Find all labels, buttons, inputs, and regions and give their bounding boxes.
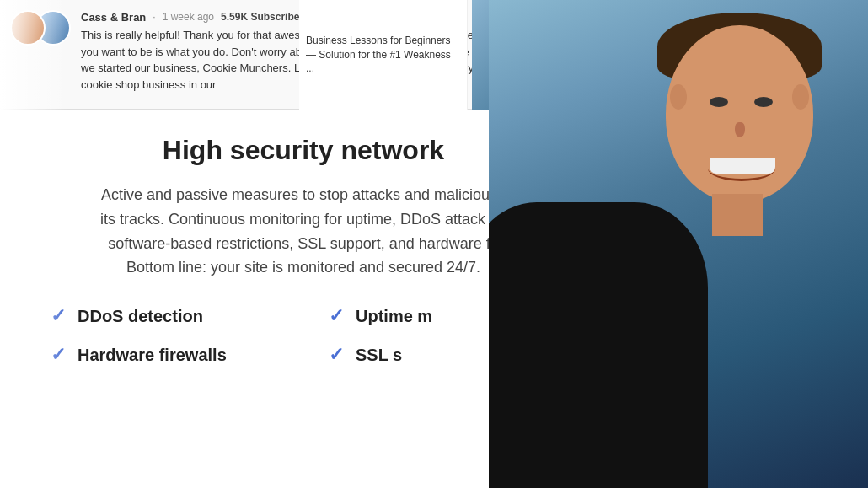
checkmark-3: ✓	[51, 344, 66, 366]
face	[666, 25, 813, 202]
feature-ddos: ✓ DDoS detection	[51, 305, 278, 327]
video-title-panel[interactable]: Business Lessons for Beginners — Solutio…	[299, 0, 468, 110]
checkmark-1: ✓	[51, 305, 66, 327]
avatar-group	[10, 10, 71, 46]
feature-ssl-label: SSL s	[356, 346, 402, 365]
person-overlay: Banworld	[489, 0, 868, 488]
eye-right	[754, 97, 773, 107]
ear-right	[792, 84, 809, 110]
teeth	[710, 158, 775, 174]
neck	[712, 194, 763, 236]
checkmark-2: ✓	[329, 305, 344, 327]
ear-left	[670, 84, 687, 110]
avatar-1	[10, 10, 46, 46]
comment-time: 1 week ago	[163, 11, 214, 23]
video-title-text: Business Lessons for Beginners — Solutio…	[306, 34, 460, 76]
nose	[735, 122, 745, 137]
shirt: Banworld	[489, 202, 708, 488]
main-screen: Banworld Cass & Bran · 1 week ago 5.59K …	[0, 0, 868, 488]
feature-firewalls: ✓ Hardware firewalls	[51, 344, 278, 366]
comment-author[interactable]: Cass & Bran	[81, 11, 146, 24]
feature-ddos-label: DDoS detection	[78, 307, 203, 326]
feature-firewalls-label: Hardware firewalls	[78, 346, 227, 365]
eye-left	[710, 97, 728, 107]
checkmark-4: ✓	[329, 344, 344, 366]
comment-separator: ·	[153, 11, 155, 23]
subscriber-count: 5.59K Subscribers	[221, 11, 309, 23]
feature-uptime-label: Uptime m	[356, 307, 432, 326]
